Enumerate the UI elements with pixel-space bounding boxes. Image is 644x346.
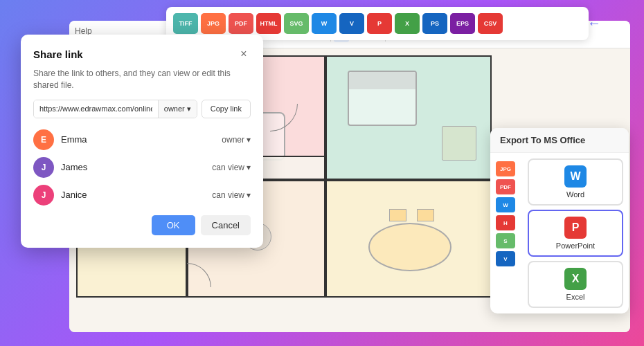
dialog-title: Share link [33, 48, 83, 60]
copy-link-button[interactable]: Copy link [202, 100, 251, 118]
user-role-janice[interactable]: can view ▾ [212, 190, 251, 200]
user-role-emma[interactable]: owner ▾ [222, 135, 251, 145]
user-name-janice: Janice [61, 190, 212, 200]
side-icons-col: JPG PDF W H S V [496, 158, 524, 308]
format-html[interactable]: HTML [256, 13, 281, 34]
avatar-initial-janice: J [42, 190, 46, 200]
format-svg[interactable]: SVG [284, 13, 309, 34]
role-chevron-janice: ▾ [247, 190, 251, 200]
export-panel-title: Export To MS Office [500, 135, 585, 145]
export-panel: Export To MS Office JPG PDF W H S V W Wo… [490, 128, 629, 313]
avatar-emma: E [33, 129, 54, 150]
desk [442, 126, 476, 161]
word-label: Word [566, 190, 584, 199]
link-role-label: owner [164, 104, 185, 113]
export-panel-grid: JPG PDF W H S V W Word P PowerPoint X Ex… [490, 153, 629, 313]
link-role-dropdown[interactable]: owner ▾ [158, 100, 197, 118]
role-label-james: can view [212, 163, 244, 172]
side-icon-svg: S [496, 233, 515, 248]
format-csv[interactable]: CSV [478, 13, 503, 34]
export-powerpoint-btn[interactable]: P PowerPoint [528, 210, 623, 257]
export-word-btn[interactable]: W Word [528, 158, 623, 206]
format-tiff[interactable]: TIFF [173, 13, 198, 34]
link-row: owner ▾ Copy link [33, 100, 251, 118]
user-row-emma: E Emma owner ▾ [33, 129, 251, 150]
user-name-james: James [61, 162, 212, 172]
side-icon-pdf: PDF [496, 179, 515, 194]
format-ps[interactable]: PS [422, 13, 447, 34]
side-icon-jpg: JPG [496, 161, 515, 176]
arrow-indicator: ← [587, 15, 601, 31]
role-label-emma: owner [222, 135, 244, 145]
avatar-janice: J [33, 185, 54, 206]
side-icon-word: W [496, 197, 515, 212]
dropdown-chevron: ▾ [187, 104, 191, 113]
role-label-janice: can view [212, 190, 244, 200]
user-name-emma: Emma [61, 134, 222, 145]
avatar-initial-james: J [42, 163, 46, 172]
options-col: W Word P PowerPoint X Excel [528, 158, 623, 308]
chair-top2 [417, 209, 434, 221]
close-button[interactable]: × [237, 47, 251, 61]
user-row-james: J James can view ▾ [33, 157, 251, 178]
export-panel-header: Export To MS Office [490, 128, 629, 153]
format-eps[interactable]: EPS [450, 13, 475, 34]
export-excel-btn[interactable]: X Excel [528, 261, 623, 308]
excel-label: Excel [566, 293, 585, 301]
format-excel[interactable]: X [395, 13, 420, 34]
avatar-james: J [33, 157, 54, 178]
link-input-wrap: owner ▾ [33, 100, 197, 118]
room-6 [325, 180, 492, 298]
role-chevron-james: ▾ [247, 163, 251, 172]
user-row-janice: J Janice can view ▾ [33, 185, 251, 206]
format-visio[interactable]: V [339, 13, 364, 34]
word-icon: W [564, 165, 587, 188]
side-icon-visio: V [496, 251, 515, 266]
powerpoint-icon: P [564, 217, 587, 239]
dining-table [368, 223, 451, 271]
cancel-button[interactable]: Cancel [201, 215, 251, 235]
dialog-actions: OK Cancel [33, 215, 251, 235]
link-input[interactable] [34, 100, 158, 118]
excel-icon: X [564, 268, 587, 290]
format-jpg[interactable]: JPG [201, 13, 226, 34]
avatar-initial-emma: E [41, 135, 46, 145]
chair-top [389, 209, 406, 221]
role-chevron-emma: ▾ [247, 135, 251, 145]
dialog-header: Share link × [33, 47, 251, 61]
format-ppt[interactable]: P [367, 13, 392, 34]
user-role-james[interactable]: can view ▾ [212, 163, 251, 172]
format-word[interactable]: W [312, 13, 337, 34]
bed [348, 71, 417, 126]
format-pdf[interactable]: PDF [229, 13, 253, 34]
room-3 [325, 55, 492, 180]
side-icon-html: H [496, 215, 515, 230]
share-dialog: Share link × Share the link to others, a… [21, 35, 263, 248]
powerpoint-label: PowerPoint [556, 242, 595, 250]
ok-button[interactable]: OK [152, 215, 195, 235]
dialog-description: Share the link to others, and they can v… [33, 68, 251, 91]
